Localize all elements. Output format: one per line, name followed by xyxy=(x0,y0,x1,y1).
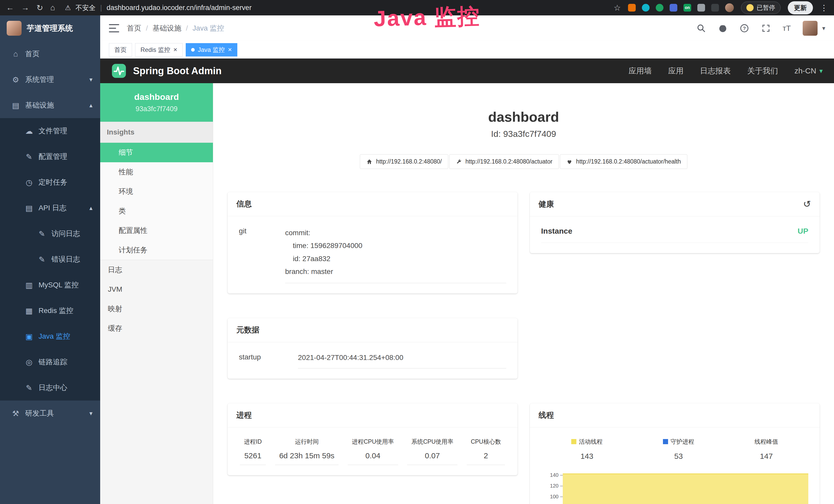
header-actions: ? тT ▾ xyxy=(696,21,825,36)
address-bar[interactable]: ⚠ 不安全 | dashboard.yudao.iocoder.cn/infra… xyxy=(65,3,252,12)
back-icon[interactable]: ← xyxy=(6,3,14,12)
extension-on-badge[interactable]: on xyxy=(683,4,691,12)
close-icon[interactable]: × xyxy=(228,46,232,54)
sidebar-item-config-manage[interactable]: ✎ 配置管理 xyxy=(0,144,100,169)
sba-brand-title[interactable]: Spring Boot Admin xyxy=(133,66,222,76)
sidebar-item-redis-monitor[interactable]: ▦ Redis 监控 xyxy=(0,298,100,323)
sidebar-item-infrastructure[interactable]: ▤ 基础设施 ▴ xyxy=(0,92,100,118)
redis-icon: ▦ xyxy=(24,306,35,315)
service-url-link[interactable]: http://192.168.0.2:48080/ xyxy=(360,154,448,169)
app-main: 首页 / 基础设施 / Java 监控 ? тT xyxy=(100,16,834,504)
sba-item-config-props[interactable]: 配置属性 xyxy=(100,221,213,240)
sidebar-item-file-manage[interactable]: ☁ 文件管理 xyxy=(0,118,100,144)
sidebar-item-mysql-monitor[interactable]: ▥ MySQL 监控 xyxy=(0,272,100,298)
process-stat-value: 0.07 xyxy=(425,451,440,460)
sidebar-item-label: 首页 xyxy=(25,49,40,59)
sidebar-item-label: 文件管理 xyxy=(39,126,67,136)
sba-item-classes[interactable]: 类 xyxy=(100,201,213,221)
sba-item-environment[interactable]: 环境 xyxy=(100,182,213,201)
sidebar-item-system[interactable]: ⚙ 系统管理 ▾ xyxy=(0,67,100,92)
legend-value: 143 xyxy=(580,452,593,461)
sba-item-details[interactable]: 细节 xyxy=(100,143,213,162)
forward-icon[interactable]: → xyxy=(21,3,29,12)
chart-plot-area xyxy=(563,470,809,504)
extension-fox-icon[interactable] xyxy=(628,4,636,12)
instance-header[interactable]: dashboard 93a3fc7f7409 xyxy=(100,83,213,122)
security-label: 不安全 xyxy=(75,3,95,12)
sba-nav-about[interactable]: 关于我们 xyxy=(747,66,778,76)
chevron-down-icon: ▾ xyxy=(89,76,92,83)
sidebar-item-devtools[interactable]: ⚒ 研发工具 ▾ xyxy=(0,400,100,426)
tab-home[interactable]: 首页 xyxy=(109,43,132,56)
sba-nav-journal[interactable]: 日志报表 xyxy=(700,66,731,76)
close-icon[interactable]: × xyxy=(173,46,177,54)
paused-badge[interactable]: 已暂停 xyxy=(741,2,781,14)
health-url-link[interactable]: http://192.168.0.2:48080/actuator/health xyxy=(560,154,687,169)
tab-redis-monitor[interactable]: Redis 监控 × xyxy=(135,43,183,56)
live-threads-area-series xyxy=(563,474,809,504)
process-stat: 系统CPU使用率 0.07 xyxy=(407,438,458,465)
update-button[interactable]: 更新 xyxy=(788,1,813,15)
locale-selector[interactable]: zh-CN ▾ xyxy=(794,67,823,75)
sba-item-logs[interactable]: 日志 xyxy=(100,260,213,280)
sba-item-scheduled-tasks[interactable]: 计划任务 xyxy=(100,240,213,260)
sba-nav-wallboard[interactable]: 应用墙 xyxy=(629,66,652,76)
hamburger-icon[interactable] xyxy=(109,24,119,32)
page-title: dashboard xyxy=(227,109,820,125)
legend-live-threads: 活动线程 143 xyxy=(571,438,602,461)
app-logo-title: 芋道管理系统 xyxy=(27,23,73,33)
browser-menu-icon[interactable]: ⋮ xyxy=(820,3,828,12)
extension-drop-icon[interactable] xyxy=(642,4,650,12)
sba-item-caches[interactable]: 缓存 xyxy=(100,319,213,338)
sba-item-mappings[interactable]: 映射 xyxy=(100,299,213,319)
sidebar-item-label: MySQL 监控 xyxy=(39,280,79,290)
home-icon: ⌂ xyxy=(10,49,21,58)
browser-profile-avatar[interactable] xyxy=(725,3,734,12)
github-icon[interactable] xyxy=(718,23,728,33)
wrench-icon xyxy=(456,159,462,165)
app-logo: 芋道管理系统 xyxy=(0,16,100,41)
tab-java-monitor[interactable]: Java 监控 × xyxy=(186,43,237,56)
actuator-url-text: http://192.168.0.2:48080/actuator xyxy=(465,158,552,165)
sidebar-item-java-monitor[interactable]: ▣ Java 监控 xyxy=(0,323,100,349)
process-stat-value: 2 xyxy=(484,451,488,460)
sidebar-item-label: API 日志 xyxy=(39,203,67,213)
sidebar-item-scheduled-jobs[interactable]: ◷ 定时任务 xyxy=(0,169,100,195)
sidebar-item-api-logs[interactable]: ▤ API 日志 ▴ xyxy=(0,195,100,221)
pencil-icon: ✎ xyxy=(24,152,35,161)
process-card: 进程 进程ID 5261 运行时间 6d 23h 15m 59s xyxy=(227,403,518,475)
sidebar-item-log-center[interactable]: ✎ 日志中心 xyxy=(0,375,100,400)
eye-trace-icon: ◎ xyxy=(24,358,35,367)
bookmark-star-icon[interactable]: ☆ xyxy=(614,3,621,13)
sidebar-item-error-logs[interactable]: ✎ 错误日志 xyxy=(0,247,100,272)
extension-green-icon[interactable] xyxy=(656,4,663,12)
text-size-icon[interactable]: тT xyxy=(783,24,791,32)
sba-item-metrics[interactable]: 性能 xyxy=(100,162,213,182)
actuator-url-link[interactable]: http://192.168.0.2:48080/actuator xyxy=(449,154,559,169)
sidebar-item-access-logs[interactable]: ✎ 访问日志 xyxy=(0,221,100,247)
fullscreen-icon[interactable] xyxy=(761,23,771,33)
history-icon[interactable]: ↺ xyxy=(803,199,811,209)
tab-label: Redis 监控 xyxy=(140,46,170,54)
browser-home-icon[interactable]: ⌂ xyxy=(50,3,55,12)
detail-cards-grid: 信息 git commit: time: 1596289704000 id: 2… xyxy=(227,192,820,504)
breadcrumb-infrastructure[interactable]: 基础设施 xyxy=(153,23,181,33)
sba-item-jvm[interactable]: JVM xyxy=(100,280,213,299)
sba-nav-applications[interactable]: 应用 xyxy=(668,66,683,76)
user-avatar[interactable] xyxy=(803,21,817,36)
tab-label: 首页 xyxy=(114,46,127,54)
breadcrumb-home[interactable]: 首页 xyxy=(127,23,141,33)
metadata-row-label: startup xyxy=(239,352,298,368)
extension-grid-icon[interactable] xyxy=(670,4,677,12)
status-badge: UP xyxy=(797,227,808,235)
search-icon[interactable] xyxy=(696,23,706,33)
sidebar-item-trace[interactable]: ◎ 链路追踪 xyxy=(0,349,100,375)
sidebar-item-home[interactable]: ⌂ 首页 xyxy=(0,41,100,67)
help-icon[interactable]: ? xyxy=(740,23,749,33)
reload-icon[interactable]: ↻ xyxy=(37,3,43,13)
extensions-puzzle-icon[interactable] xyxy=(711,4,719,12)
java-monitor-icon: ▣ xyxy=(24,332,35,341)
legend-label: 线程峰值 xyxy=(755,438,778,446)
extension-feather-icon[interactable] xyxy=(697,4,705,12)
sidebar-item-label: 定时任务 xyxy=(39,177,67,187)
